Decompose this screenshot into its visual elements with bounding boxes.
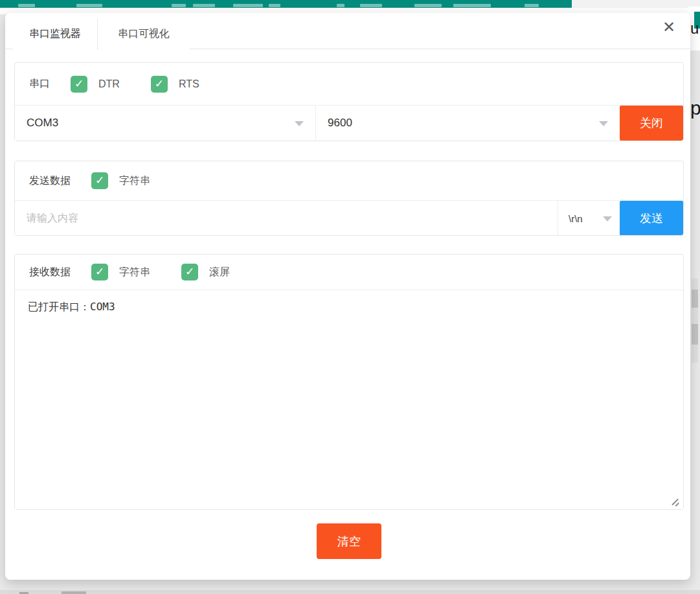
dialog-tabs-bar: 串口监视器 串口可视化 ✕ (5, 13, 690, 49)
toolbar-cropped-text (172, 4, 186, 7)
send-string-checkbox-label: 字符串 (119, 174, 150, 188)
background-scrollbar-thumb[interactable] (692, 324, 698, 345)
serial-port-header: 串口 ✓ DTR ✓ RTS (15, 63, 683, 106)
line-ending-select[interactable]: \r\n (558, 201, 620, 236)
send-input[interactable] (15, 201, 558, 236)
autoscroll-checkbox-group[interactable]: ✓ 滚屏 (181, 264, 230, 280)
receive-data-section: 接收数据 ✓ 字符串 ✓ 滚屏 已打开串口：COM3 (14, 254, 684, 510)
toolbar-cropped-text (76, 4, 102, 7)
rts-checkbox-group[interactable]: ✓ RTS (151, 76, 199, 93)
close-icon[interactable]: ✕ (660, 19, 677, 36)
toolbar-cropped-text (18, 4, 35, 7)
send-button[interactable]: 发送 (620, 201, 683, 236)
checkbox-checked-icon: ✓ (91, 172, 108, 189)
toolbar-cropped-text (193, 4, 215, 7)
toolbar-cropped-text (453, 4, 491, 7)
toolbar-cropped-text (414, 4, 442, 7)
background-cropped-element (62, 591, 86, 594)
chevron-down-icon (295, 121, 304, 126)
receive-data-title: 接收数据 (29, 266, 71, 279)
background-cropped-text: p (690, 97, 700, 123)
dtr-checkbox-group[interactable]: ✓ DTR (71, 76, 120, 93)
receive-string-checkbox-group[interactable]: ✓ 字符串 (91, 264, 150, 280)
serial-port-section: 串口 ✓ DTR ✓ RTS COM3 9600 关闭 (14, 62, 684, 141)
receive-output-text: 已打开串口：COM3 (28, 301, 115, 313)
tab-serial-visualization[interactable]: 串口可视化 (98, 18, 189, 50)
receive-output-area[interactable]: 已打开串口：COM3 (15, 290, 683, 510)
port-select-value: COM3 (27, 117, 58, 130)
line-ending-value: \r\n (569, 213, 583, 224)
chevron-down-icon (599, 121, 608, 126)
send-data-title: 发送数据 (29, 174, 71, 188)
toolbar-cropped-text (360, 4, 382, 7)
checkbox-checked-icon: ✓ (91, 264, 108, 280)
toolbar-cropped-text (233, 4, 263, 7)
baud-select-value: 9600 (328, 117, 352, 130)
send-data-row: \r\n 发送 (15, 201, 683, 236)
port-select[interactable]: COM3 (15, 106, 316, 141)
background-bottom-strip (0, 590, 700, 594)
checkbox-checked-icon: ✓ (181, 264, 198, 280)
baud-select[interactable]: 9600 (316, 106, 620, 141)
autoscroll-checkbox-label: 滚屏 (209, 266, 230, 279)
checkbox-checked-icon: ✓ (71, 76, 87, 93)
background-page-area (572, 0, 700, 8)
close-port-button[interactable]: 关闭 (620, 106, 683, 141)
dtr-checkbox-label: DTR (98, 78, 120, 90)
receive-data-header: 接收数据 ✓ 字符串 ✓ 滚屏 (15, 255, 683, 290)
chevron-down-icon (603, 216, 612, 222)
checkbox-checked-icon: ✓ (151, 76, 168, 93)
rts-checkbox-label: RTS (179, 78, 199, 90)
toolbar-cropped-text (525, 4, 539, 7)
toolbar-cropped-text (337, 4, 344, 7)
send-string-checkbox-group[interactable]: ✓ 字符串 (91, 172, 150, 189)
serial-port-title: 串口 (29, 77, 50, 91)
serial-monitor-dialog: 串口监视器 串口可视化 ✕ 串口 ✓ DTR ✓ RTS COM3 9600 (5, 13, 690, 580)
resize-handle-icon[interactable] (671, 497, 679, 506)
background-toolbar (0, 0, 572, 8)
background-cropped-text: u (690, 19, 700, 38)
background-scrollbar-thumb[interactable] (692, 290, 698, 308)
tab-serial-monitor[interactable]: 串口监视器 (13, 18, 98, 50)
send-data-header: 发送数据 ✓ 字符串 (15, 161, 683, 201)
serial-port-row: COM3 9600 关闭 (15, 106, 683, 141)
receive-string-checkbox-label: 字符串 (119, 266, 150, 279)
toolbar-cropped-text (269, 4, 280, 7)
send-data-section: 发送数据 ✓ 字符串 \r\n 发送 (14, 161, 684, 236)
clear-button[interactable]: 清空 (317, 523, 381, 559)
